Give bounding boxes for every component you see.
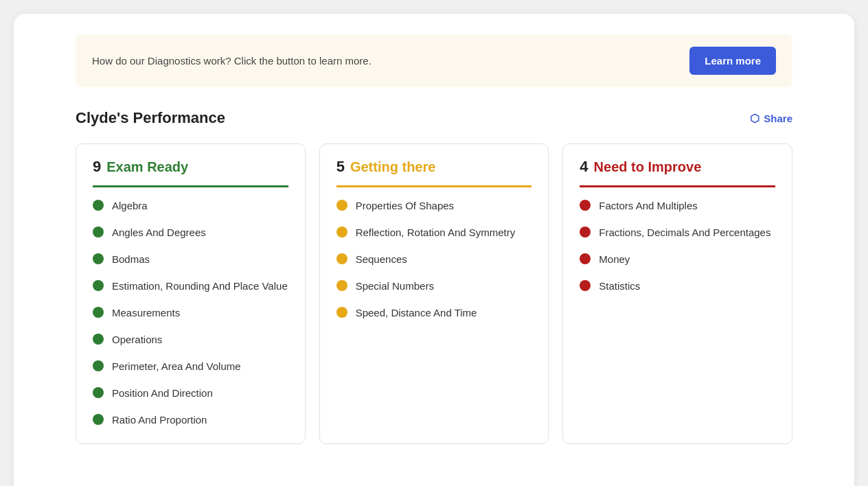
learn-more-button[interactable]: Learn more: [689, 47, 776, 75]
card-count-need-to-improve: 4: [580, 158, 588, 176]
dot-icon: [580, 280, 591, 291]
card-count-exam-ready: 9: [93, 158, 101, 176]
topic-name: Angles And Degrees: [112, 225, 206, 240]
card-label-exam-ready: Exam Ready: [106, 159, 188, 175]
dot-icon: [93, 334, 104, 345]
list-item: Angles And Degrees: [93, 225, 288, 240]
list-item: Position And Direction: [93, 386, 288, 400]
dot-icon: [336, 200, 347, 211]
topic-name: Fractions, Decimals And Percentages: [599, 225, 770, 240]
topic-list-getting-there: Properties Of ShapesReflection, Rotation…: [336, 198, 532, 320]
list-item: Algebra: [93, 198, 288, 213]
share-label: Share: [764, 113, 792, 124]
dot-icon: [336, 307, 347, 318]
list-item: Reflection, Rotation And Symmetry: [336, 225, 532, 240]
list-item: Bodmas: [93, 252, 288, 266]
list-item: Speed, Distance And Time: [336, 305, 532, 320]
topic-name: Speed, Distance And Time: [356, 305, 477, 320]
dot-icon: [93, 387, 104, 398]
topic-name: Ratio And Proportion: [112, 413, 207, 427]
list-item: Special Numbers: [336, 279, 532, 293]
dot-icon: [580, 227, 591, 238]
list-item: Ratio And Proportion: [93, 413, 288, 427]
list-item: Money: [580, 252, 775, 266]
topic-name: Measurements: [112, 305, 180, 320]
card-need-to-improve: 4Need to ImproveFactors And MultiplesFra…: [562, 143, 792, 444]
card-label-need-to-improve: Need to Improve: [594, 159, 702, 175]
card-header-exam-ready: 9Exam Ready: [93, 158, 288, 187]
list-item: Sequences: [336, 252, 532, 266]
dot-icon: [93, 280, 104, 291]
topic-name: Sequences: [356, 252, 407, 266]
topic-name: Operations: [112, 332, 162, 347]
topic-name: Money: [599, 252, 630, 266]
list-item: Operations: [93, 332, 288, 347]
dot-icon: [93, 307, 104, 318]
topic-name: Bodmas: [112, 252, 150, 266]
page-title: Clyde's Performance: [76, 109, 225, 127]
card-getting-there: 5Getting thereProperties Of ShapesReflec…: [319, 143, 549, 444]
list-item: Fractions, Decimals And Percentages: [580, 225, 775, 240]
topic-list-need-to-improve: Factors And MultiplesFractions, Decimals…: [580, 198, 775, 293]
topic-name: Properties Of Shapes: [356, 198, 454, 213]
dot-icon: [93, 360, 104, 371]
list-item: Estimation, Rounding And Place Value: [93, 279, 288, 293]
topic-name: Perimeter, Area And Volume: [112, 359, 241, 373]
info-banner: How do our Diagnostics work? Click the b…: [76, 34, 792, 87]
cards-row: 9Exam ReadyAlgebraAngles And DegreesBodm…: [76, 143, 792, 444]
dot-icon: [93, 253, 104, 264]
topic-name: Special Numbers: [356, 279, 434, 293]
topic-list-exam-ready: AlgebraAngles And DegreesBodmasEstimatio…: [93, 198, 288, 427]
app-container: How do our Diagnostics work? Click the b…: [14, 14, 854, 486]
card-header-getting-there: 5Getting there: [336, 158, 532, 187]
card-label-getting-there: Getting there: [350, 159, 435, 175]
dot-icon: [93, 414, 104, 425]
list-item: Properties Of Shapes: [336, 198, 532, 213]
dot-icon: [336, 280, 347, 291]
list-item: Statistics: [580, 279, 775, 293]
card-count-getting-there: 5: [336, 158, 345, 176]
list-item: Measurements: [93, 305, 288, 320]
share-button[interactable]: ⬡ Share: [750, 112, 792, 125]
dot-icon: [580, 200, 591, 211]
list-item: Factors And Multiples: [580, 198, 775, 213]
topic-name: Statistics: [599, 279, 640, 293]
banner-text: How do our Diagnostics work? Click the b…: [92, 55, 372, 67]
list-item: Perimeter, Area And Volume: [93, 359, 288, 373]
topic-name: Reflection, Rotation And Symmetry: [356, 225, 516, 240]
dot-icon: [336, 227, 347, 238]
card-exam-ready: 9Exam ReadyAlgebraAngles And DegreesBodm…: [76, 143, 306, 444]
dot-icon: [93, 227, 104, 238]
share-icon: ⬡: [750, 112, 760, 125]
dot-icon: [580, 253, 591, 264]
performance-header: Clyde's Performance ⬡ Share: [76, 109, 792, 127]
topic-name: Algebra: [112, 198, 148, 213]
dot-icon: [336, 253, 347, 264]
dot-icon: [93, 200, 104, 211]
topic-name: Estimation, Rounding And Place Value: [112, 279, 288, 293]
card-header-need-to-improve: 4Need to Improve: [580, 158, 775, 187]
topic-name: Factors And Multiples: [599, 198, 697, 213]
topic-name: Position And Direction: [112, 386, 213, 400]
